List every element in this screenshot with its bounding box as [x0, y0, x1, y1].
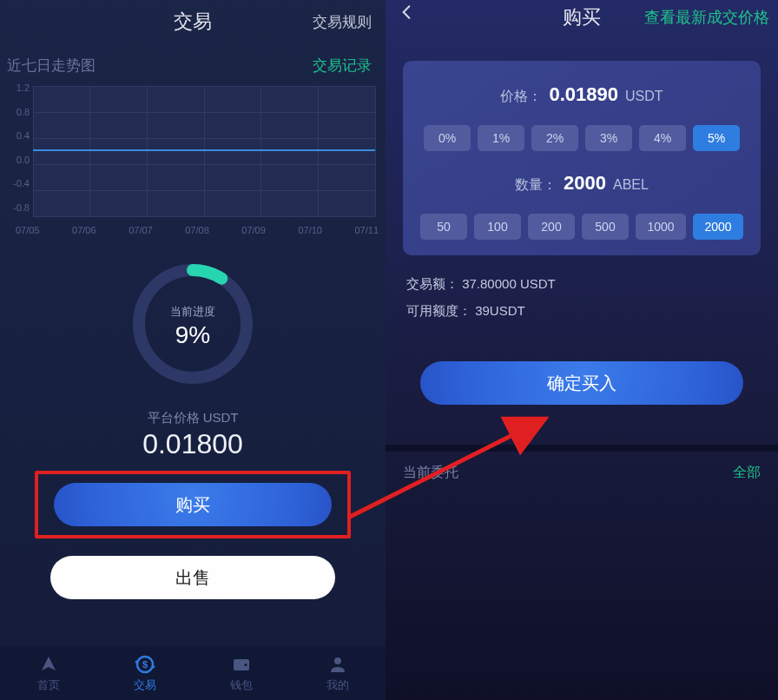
pct-chip-5pct[interactable]: 5% — [693, 125, 740, 151]
qty-unit: ABEL — [613, 177, 649, 193]
price-row: 价格： 0.01890 USDT — [415, 83, 748, 106]
tab-profile[interactable]: 我的 — [289, 646, 386, 700]
price-label: 价格： — [500, 88, 542, 106]
svg-point-6 — [334, 657, 341, 664]
tab-wallet[interactable]: 钱包 — [193, 646, 289, 700]
qty-chip-row: 5010020050010002000 — [415, 214, 748, 240]
home-icon — [37, 653, 60, 676]
chart-x-axis: 07/05 07/06 07/07 07/08 07/09 07/10 07/1… — [16, 225, 379, 235]
pct-chip-2pct[interactable]: 2% — [531, 125, 578, 151]
y-tick: 0.0 — [7, 155, 30, 165]
buy-button[interactable]: 购买 — [54, 483, 332, 526]
trade-screen: 交易 交易规则 近七日走势图 交易记录 1.2 0.8 0.4 0.0 -0.4… — [0, 0, 386, 700]
tab-home[interactable]: 首页 — [0, 646, 96, 700]
qty-chip-50[interactable]: 50 — [420, 214, 467, 240]
orders-all-link[interactable]: 全部 — [733, 464, 761, 482]
progress-ring: 当前进度 9% — [128, 259, 258, 389]
tab-trade[interactable]: $ 交易 — [96, 646, 193, 700]
order-card: 价格： 0.01890 USDT 0%1%2%3%4%5% 数量： 2000 A… — [403, 61, 761, 255]
svg-point-5 — [244, 664, 247, 666]
left-header: 交易 交易规则 — [0, 0, 386, 43]
wallet-icon — [230, 653, 253, 676]
trend-chart: 1.2 0.8 0.4 0.0 -0.4 -0.8 07/05 07/06 — [0, 81, 386, 237]
trade-amount-line: 交易额： 37.80000 USDT — [406, 276, 757, 293]
y-tick: 0.4 — [7, 130, 30, 141]
pct-chip-0pct[interactable]: 0% — [424, 125, 471, 151]
qty-label: 数量： — [515, 176, 557, 195]
tab-label: 首页 — [37, 677, 60, 693]
sell-button[interactable]: 出售 — [50, 556, 335, 599]
trend-label: 近七日走势图 — [7, 56, 96, 76]
price-value: 0.01890 — [549, 83, 618, 106]
chart-series-line — [33, 149, 375, 151]
tab-label: 我的 — [326, 677, 349, 693]
price-unit: USDT — [625, 89, 663, 104]
y-tick: 0.8 — [7, 107, 30, 117]
svg-text:$: $ — [142, 659, 147, 670]
trend-header-row: 近七日走势图 交易记录 — [0, 43, 386, 81]
x-tick: 07/06 — [72, 225, 96, 235]
available-value: 39USDT — [475, 303, 525, 318]
qty-value: 2000 — [564, 172, 606, 195]
back-icon[interactable] — [398, 3, 415, 24]
progress-percent: 9% — [128, 321, 258, 349]
confirm-buy-button[interactable]: 确定买入 — [420, 361, 743, 405]
latest-price-link[interactable]: 查看最新成交价格 — [644, 7, 769, 28]
trade-records-link[interactable]: 交易记录 — [313, 56, 372, 76]
pct-chip-3pct[interactable]: 3% — [585, 125, 632, 151]
trade-amount-label: 交易额： — [406, 276, 458, 291]
pct-chip-4pct[interactable]: 4% — [639, 125, 686, 151]
buy-highlight-box: 购买 — [35, 471, 351, 538]
page-title: 交易 — [174, 9, 212, 35]
qty-row: 数量： 2000 ABEL — [415, 172, 748, 195]
profile-icon — [326, 653, 349, 676]
chart-y-axis: 1.2 0.8 0.4 0.0 -0.4 -0.8 — [7, 83, 30, 213]
qty-chip-2000[interactable]: 2000 — [693, 214, 743, 240]
x-tick: 07/08 — [185, 225, 209, 235]
orders-header: 当前委托 全部 — [386, 452, 778, 494]
available-label: 可用额度： — [406, 303, 471, 318]
trade-amount-value: 37.80000 USDT — [462, 276, 556, 291]
chart-plot-area — [33, 86, 375, 216]
trade-rules-link[interactable]: 交易规则 — [313, 12, 372, 32]
qty-chip-1000[interactable]: 1000 — [636, 214, 686, 240]
available-line: 可用额度： 39USDT — [406, 303, 757, 320]
y-tick: 1.2 — [7, 83, 30, 93]
tab-label: 交易 — [134, 677, 156, 693]
buy-screen: 购买 查看最新成交价格 价格： 0.01890 USDT 0%1%2%3%4%5… — [386, 0, 778, 700]
y-tick: -0.4 — [7, 178, 30, 188]
qty-chip-500[interactable]: 500 — [582, 214, 629, 240]
x-tick: 07/10 — [298, 225, 322, 235]
bottom-tabbar: 首页 $ 交易 钱包 我的 — [0, 646, 386, 700]
section-divider — [386, 445, 778, 452]
platform-price: 0.01800 — [0, 428, 386, 460]
y-tick: -0.8 — [7, 202, 30, 213]
qty-chip-100[interactable]: 100 — [474, 214, 521, 240]
x-tick: 07/07 — [129, 225, 153, 235]
pct-chip-1pct[interactable]: 1% — [478, 125, 524, 151]
orders-label: 当前委托 — [403, 464, 458, 482]
percent-chip-row: 0%1%2%3%4%5% — [415, 125, 748, 151]
x-tick: 07/05 — [16, 225, 40, 235]
right-header: 购买 查看最新成交价格 — [386, 0, 778, 35]
progress-label: 当前进度 — [128, 304, 258, 320]
buy-title: 购买 — [563, 4, 601, 30]
qty-chip-200[interactable]: 200 — [528, 214, 575, 240]
tab-label: 钱包 — [230, 677, 253, 693]
platform-price-label: 平台价格 USDT — [0, 410, 386, 426]
x-tick: 07/09 — [241, 225, 266, 235]
trade-icon: $ — [134, 653, 156, 676]
x-tick: 07/11 — [354, 225, 379, 235]
